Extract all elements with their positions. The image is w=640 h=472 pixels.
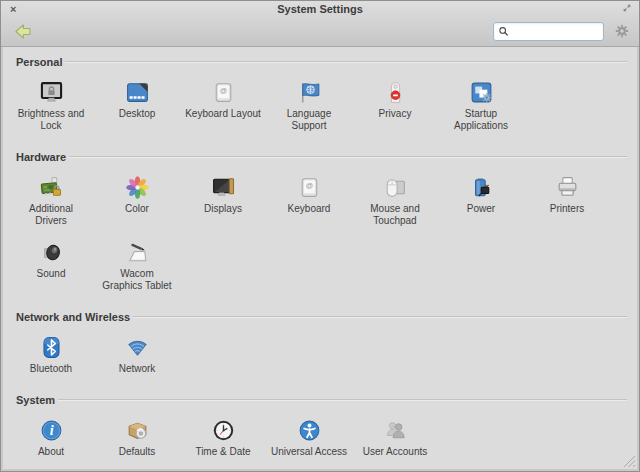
section-divider	[58, 399, 627, 401]
svg-text:i: i	[49, 422, 53, 438]
tile-label: Time & Date	[195, 446, 250, 458]
tile-label: Defaults	[119, 446, 156, 458]
tile-privacy[interactable]: Privacy	[352, 73, 438, 134]
privacy-icon	[383, 79, 408, 105]
settings-gear-button[interactable]	[612, 21, 632, 41]
tile-sound[interactable]: Sound	[8, 233, 94, 294]
language-support-icon	[297, 79, 322, 105]
user-accounts-icon	[383, 417, 408, 443]
search-box[interactable]	[493, 22, 604, 41]
tile-label: Wacom Graphics Tablet	[102, 268, 171, 292]
section-divider	[65, 61, 627, 63]
window-title: System Settings	[1, 1, 639, 18]
tile-row: iAboutDefaultsTime & DateUniversal Acces…	[3, 408, 637, 461]
window-chrome: × System Settings	[1, 1, 639, 47]
resize-grip[interactable]	[623, 455, 636, 468]
tile-row: BluetoothNetwork	[3, 325, 637, 378]
tile-user-accounts[interactable]: User Accounts	[352, 411, 438, 460]
tile-label: Power	[467, 203, 495, 215]
power-icon	[469, 174, 494, 200]
tile-about[interactable]: iAbout	[8, 411, 94, 460]
restore-window-icon[interactable]	[622, 3, 632, 13]
network-icon	[125, 334, 150, 360]
section-personal: PersonalBrightness and LockDesktop@Keybo…	[3, 47, 637, 142]
search-input[interactable]	[510, 24, 600, 39]
mouse-touchpad-icon	[383, 174, 408, 200]
additional-drivers-icon	[39, 174, 64, 200]
section-title: Personal	[16, 56, 62, 68]
tile-label: Bluetooth	[30, 363, 72, 375]
titlebar: × System Settings	[1, 1, 639, 17]
time-date-icon	[211, 417, 236, 443]
tile-time-date[interactable]: Time & Date	[180, 411, 266, 460]
content: PersonalBrightness and LockDesktop@Keybo…	[1, 47, 639, 471]
section-title: System	[16, 394, 55, 406]
section-network-and-wireless: Network and WirelessBluetoothNetwork	[3, 302, 637, 385]
tile-printers[interactable]: Printers	[524, 168, 610, 229]
tile-label: Startup Applications	[454, 108, 508, 132]
tile-color[interactable]: Color	[94, 168, 180, 229]
section-hardware: HardwareAdditional DriversColorDisplays@…	[3, 142, 637, 302]
section-header: Personal	[3, 47, 637, 70]
section-header: Network and Wireless	[3, 302, 637, 325]
section-header: System	[3, 385, 637, 408]
tile-label: Network	[119, 363, 156, 375]
tile-universal-access[interactable]: Universal Access	[266, 411, 352, 460]
tile-row: Additional DriversColorDisplays@Keyboard…	[3, 165, 637, 230]
toolbar	[1, 17, 639, 47]
section-header: Hardware	[3, 142, 637, 165]
tile-desktop[interactable]: Desktop	[94, 73, 180, 134]
tile-label: Desktop	[119, 108, 156, 120]
section-system: SystemiAboutDefaultsTime & DateUniversal…	[3, 385, 637, 468]
tile-startup-applications[interactable]: Startup Applications	[438, 73, 524, 134]
tile-label: Privacy	[379, 108, 412, 120]
tile-label: Language Support	[287, 108, 332, 132]
displays-icon	[211, 174, 236, 200]
tile-mouse-and-touchpad[interactable]: Mouse and Touchpad	[352, 168, 438, 229]
tile-keyboard[interactable]: @Keyboard	[266, 168, 352, 229]
svg-text:@: @	[219, 85, 226, 94]
about-icon: i	[39, 417, 64, 443]
section-title: Hardware	[16, 151, 66, 163]
bluetooth-icon	[39, 334, 64, 360]
color-icon	[125, 174, 150, 200]
tile-additional-drivers[interactable]: Additional Drivers	[8, 168, 94, 229]
tile-network[interactable]: Network	[94, 328, 180, 377]
tile-row: Brightness and LockDesktop@Keyboard Layo…	[3, 70, 637, 135]
tile-row: SoundWacom Graphics Tablet	[3, 230, 637, 295]
tile-label: Displays	[204, 203, 242, 215]
tile-label: About	[38, 446, 64, 458]
tile-label: Brightness and Lock	[18, 108, 85, 132]
system-settings-window: × System Settings PersonalBrightness and…	[0, 0, 640, 472]
desktop-icon	[125, 79, 150, 105]
tile-label: Mouse and Touchpad	[370, 203, 419, 227]
tile-displays[interactable]: Displays	[180, 168, 266, 229]
brightness-lock-icon	[39, 79, 64, 105]
printers-icon	[555, 174, 580, 200]
keyboard-layout-icon: @	[211, 79, 236, 105]
tile-label: Color	[125, 203, 149, 215]
tile-brightness-and-lock[interactable]: Brightness and Lock	[8, 73, 94, 134]
tile-bluetooth[interactable]: Bluetooth	[8, 328, 94, 377]
tile-power[interactable]: Power	[438, 168, 524, 229]
section-divider	[69, 156, 627, 158]
tile-wacom-graphics-tablet[interactable]: Wacom Graphics Tablet	[94, 233, 180, 294]
close-button[interactable]: ×	[10, 2, 16, 16]
section-divider	[133, 316, 627, 318]
universal-access-icon	[297, 417, 322, 443]
tile-label: User Accounts	[363, 446, 427, 458]
sound-icon	[39, 239, 64, 265]
svg-text:@: @	[305, 180, 312, 189]
tile-label: Sound	[37, 268, 66, 280]
search-icon	[497, 25, 510, 38]
tile-label: Universal Access	[271, 446, 347, 458]
gear-icon	[613, 22, 631, 40]
tile-label: Printers	[550, 203, 584, 215]
defaults-icon	[125, 417, 150, 443]
tile-label: Keyboard	[288, 203, 331, 215]
tile-defaults[interactable]: Defaults	[94, 411, 180, 460]
section-title: Network and Wireless	[16, 311, 130, 323]
tile-keyboard-layout[interactable]: @Keyboard Layout	[180, 73, 266, 134]
back-button[interactable]	[9, 20, 36, 43]
tile-language-support[interactable]: Language Support	[266, 73, 352, 134]
